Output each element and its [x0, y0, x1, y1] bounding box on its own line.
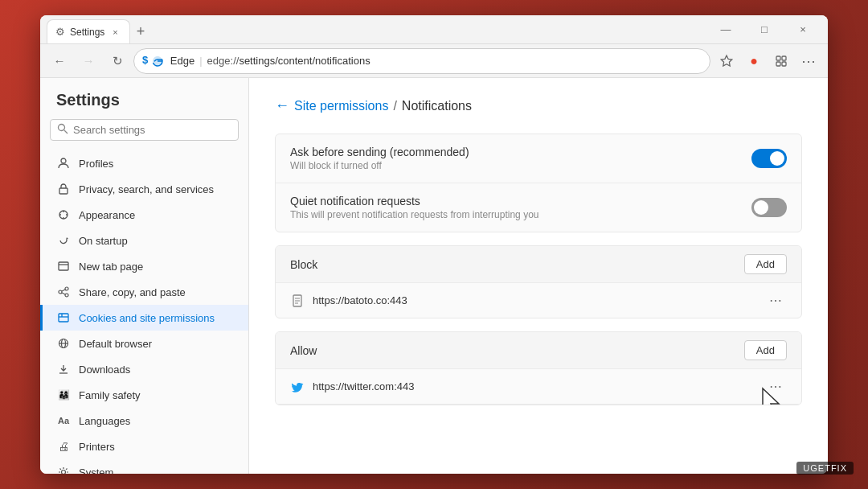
- family-icon: 👨‍👩‍👧: [56, 388, 71, 402]
- batoto-icon: [290, 294, 305, 308]
- new-tab-button[interactable]: +: [130, 20, 152, 43]
- breadcrumb-separator: /: [393, 99, 396, 113]
- window-controls: — □ ×: [707, 17, 821, 43]
- sidebar: Settings Profiles Privacy, search, and s…: [40, 78, 249, 474]
- ask-before-sending-label: Ask before sending (recommended): [290, 146, 751, 158]
- watermark: UGETFIX: [796, 462, 854, 475]
- ask-before-sending-row: Ask before sending (recommended) Will bl…: [276, 134, 801, 183]
- content-area: ← Site permissions / Notifications Ask b…: [249, 78, 828, 474]
- block-header: Block Add: [276, 246, 801, 283]
- share-icon: [56, 285, 71, 299]
- ask-before-sending-toggle[interactable]: [751, 149, 787, 168]
- address-bar[interactable]: $ Edge | edge://settings/content/notific…: [133, 48, 710, 74]
- profiles-icon: [56, 156, 71, 171]
- allow-section: Allow Add https://twitter.com:443 ⋯: [275, 331, 802, 405]
- opera-button[interactable]: ●: [741, 48, 767, 74]
- privacy-icon: [56, 182, 71, 196]
- startup-label: On startup: [79, 235, 128, 247]
- more-button[interactable]: ⋯: [796, 48, 821, 74]
- sidebar-item-printers[interactable]: 🖨 Printers: [40, 434, 248, 459]
- tab-close-button[interactable]: ×: [109, 26, 121, 39]
- sidebar-item-system[interactable]: System: [40, 459, 248, 474]
- allow-title: Allow: [290, 344, 744, 357]
- svg-point-4: [59, 125, 65, 131]
- svg-point-11: [65, 287, 68, 290]
- close-button[interactable]: ×: [784, 17, 821, 43]
- breadcrumb-link[interactable]: Site permissions: [294, 99, 388, 113]
- ask-before-sending-desc: Will block if turned off: [290, 160, 751, 171]
- twitter-icon: [290, 380, 305, 394]
- title-bar: ⚙ Settings × + — □ ×: [40, 15, 828, 44]
- appearance-icon: [56, 208, 71, 222]
- batoto-url: https://batoto.co:443: [313, 294, 756, 306]
- breadcrumb-back-button[interactable]: ←: [275, 97, 289, 114]
- languages-icon: Aa: [56, 413, 71, 428]
- system-icon: [56, 465, 71, 474]
- block-section: Block Add https://batoto.co:443 ⋯: [275, 245, 802, 318]
- search-input[interactable]: [73, 124, 231, 136]
- sidebar-item-share[interactable]: Share, copy, and paste: [40, 279, 248, 305]
- newtab-icon: [56, 259, 71, 273]
- block-add-button[interactable]: Add: [744, 254, 787, 274]
- url-display: edge://settings/content/notifications: [207, 55, 371, 67]
- batoto-more-button[interactable]: ⋯: [764, 291, 787, 310]
- svg-point-6: [61, 158, 66, 163]
- settings-tab[interactable]: ⚙ Settings ×: [47, 19, 130, 43]
- sidebar-item-startup[interactable]: On startup: [40, 228, 248, 253]
- newtab-label: New tab page: [79, 261, 143, 273]
- system-label: System: [79, 466, 113, 475]
- twitter-more-button[interactable]: ⋯: [764, 377, 787, 396]
- sidebar-item-profiles[interactable]: Profiles: [40, 150, 248, 176]
- quiet-notifications-toggle[interactable]: [751, 198, 787, 217]
- cookies-label: Cookies and site permissions: [79, 312, 215, 324]
- sidebar-item-default[interactable]: Default browser: [40, 331, 248, 356]
- refresh-button[interactable]: ↻: [104, 48, 130, 74]
- back-button[interactable]: ←: [47, 48, 72, 74]
- default-label: Default browser: [79, 338, 152, 350]
- share-label: Share, copy, and paste: [79, 286, 186, 298]
- forward-button[interactable]: →: [76, 48, 101, 74]
- svg-rect-9: [59, 262, 68, 270]
- breadcrumb: ← Site permissions / Notifications: [275, 97, 802, 114]
- collections-button[interactable]: [768, 48, 794, 74]
- sidebar-item-privacy[interactable]: Privacy, search, and services: [40, 176, 248, 202]
- sidebar-item-cookies[interactable]: Cookies and site permissions: [40, 305, 248, 331]
- breadcrumb-current: Notifications: [402, 99, 472, 113]
- sidebar-item-newtab[interactable]: New tab page: [40, 253, 248, 279]
- sidebar-item-downloads[interactable]: Downloads: [40, 356, 248, 382]
- svg-rect-3: [782, 62, 786, 66]
- downloads-label: Downloads: [79, 364, 130, 376]
- quiet-notifications-label: Quiet notification requests: [290, 195, 751, 208]
- svg-point-23: [62, 471, 66, 475]
- sidebar-item-family[interactable]: 👨‍👩‍👧 Family safety: [40, 382, 248, 408]
- quiet-notifications-text: Quiet notification requests This will pr…: [290, 195, 751, 220]
- profiles-label: Profiles: [79, 158, 113, 170]
- svg-rect-0: [776, 56, 780, 60]
- languages-label: Languages: [79, 415, 130, 427]
- favorites-button[interactable]: [714, 48, 739, 74]
- settings-tab-label: Settings: [70, 27, 104, 38]
- edge-label: Edge: [170, 55, 194, 67]
- minimize-button[interactable]: —: [707, 17, 744, 43]
- settings-title: Settings: [40, 88, 248, 119]
- main-content: Settings Profiles Privacy, search, and s…: [40, 78, 828, 474]
- sidebar-item-appearance[interactable]: Appearance: [40, 202, 248, 228]
- sidebar-item-languages[interactable]: Aa Languages: [40, 408, 248, 434]
- appearance-label: Appearance: [79, 209, 135, 221]
- url-path: settings/content/notifications: [239, 55, 370, 67]
- search-box[interactable]: [50, 119, 239, 141]
- svg-rect-7: [59, 188, 68, 194]
- printers-label: Printers: [79, 441, 115, 453]
- privacy-label: Privacy, search, and services: [79, 183, 214, 195]
- tab-area: ⚙ Settings × +: [47, 15, 707, 43]
- printers-icon: 🖨: [56, 439, 71, 454]
- nav-separator: |: [199, 55, 202, 67]
- allow-add-button[interactable]: Add: [744, 340, 787, 360]
- maximize-button[interactable]: □: [746, 17, 783, 43]
- svg-line-15: [62, 293, 65, 294]
- svg-rect-2: [776, 62, 780, 66]
- svg-line-5: [64, 130, 68, 134]
- quiet-notifications-desc: This will prevent notification requests …: [290, 209, 751, 220]
- svg-rect-1: [782, 56, 786, 60]
- startup-icon: [56, 233, 71, 248]
